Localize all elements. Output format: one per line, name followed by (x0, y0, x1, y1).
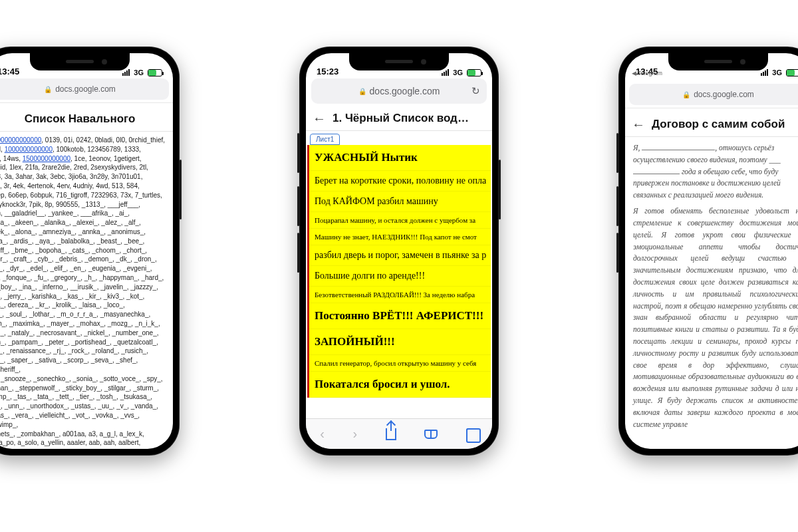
phone-mockup-2: 15:23 3G 🔒 docs.google.com ↻ ← 1. Чёрный… (299, 47, 499, 456)
lock-icon: 🔒 (358, 88, 366, 95)
text-line: eep, 6o6ep, 6obpuk, 716_tigroff, 7232963… (0, 191, 166, 200)
blacklist-row[interactable]: Постоянно ВРЁТ!!! АФЕРИСТ!!! (309, 303, 491, 329)
phone2-notch (349, 53, 449, 70)
contract-intro: Я, , отношусь серьёз (633, 142, 798, 154)
phone1-title-row: Список Навального (0, 106, 173, 132)
text-line: m_, _renaissance_, _rj_, _rock_, _roland… (0, 346, 166, 356)
text-line: sv, 14ws, 1500000000000, 1ce, 1eonov, 1g… (0, 154, 166, 164)
text-line: ser_, _craft_, _cyb_, _debris_, _demon_,… (0, 255, 166, 264)
text-line: nek_, _alona_, _amneziya_, _annka_, _ano… (0, 227, 166, 237)
phone1-time: 13:45 (0, 66, 19, 76)
text-line: anov, aangarnath, aarderk, aazz, ab_stud… (0, 448, 166, 449)
blacklist-row[interactable]: Поцарапал машину, и остался должен с уще… (309, 212, 491, 229)
text-line: rvl_, _nataly_, _necrosavant_, _nickel_,… (0, 329, 166, 338)
link[interactable]: 1500000000000 (23, 155, 70, 162)
back-icon[interactable]: ← (632, 118, 645, 131)
text-line: n_, _unn_, _unorthodox_, _ustas_, _uu_, … (0, 402, 166, 411)
text-line: nn_, _pampam_, _peter_, _portishead_, _q… (0, 338, 166, 347)
blacklist-row[interactable]: Покатался бросил и ушол. (309, 372, 491, 398)
phone1-notch (30, 53, 130, 70)
phone-mockup-1: 13:45 3G 🔒 docs.google.com Список Наваль… (0, 47, 180, 456)
text-line: a_boy_, _ina_, _inferno_, __irusik_, _ja… (0, 283, 166, 292)
phone3-content[interactable]: Я, , отношусь серьёз осуществлению своег… (625, 137, 798, 438)
phone1-network-label: 3G (134, 68, 144, 76)
blank-field[interactable] (633, 167, 680, 174)
text-line: tik_, _saper_, _sativa_, _scorp_, _seva_… (0, 356, 166, 374)
phone-mockup-3: 13:45 3G ◀ Telegram 🔒 docs.google.com ← … (618, 47, 798, 456)
blacklist-row[interactable]: Большие долги по аренде!!! (309, 266, 491, 287)
text-line: 88, 3a, 3ahar, 3ak, 3ebc, 3jio6a, 3n28y,… (0, 172, 166, 182)
text-line: ad, 1000000000000, 100kotob, 123456789, … (0, 145, 166, 154)
phone1-screen: 13:45 3G 🔒 docs.google.com Список Наваль… (0, 53, 173, 449)
phone1-doc-title: Список Навального (0, 112, 166, 126)
text-line: nf_, _dyr_, _edel_, _elif_, _en_, _eugen… (0, 264, 166, 273)
text-line: za_, dereza_, _kr_, _krolik_, _laisa_, _… (0, 301, 166, 310)
phone2-url-bar[interactable]: 🔒 docs.google.com ↻ (311, 78, 487, 104)
text-line: koff_, _bme_, _bopoha_, _cats_, _choom_,… (0, 246, 166, 255)
phone2-title-row: ← 1. Чёрный Список вод… (306, 105, 492, 131)
blacklist-row[interactable]: Безответственный РАЗДОЛБАЙ!!! За неделю … (309, 287, 491, 303)
blacklist-row[interactable]: УЖАСНЫЙ Нытик (309, 145, 491, 171)
phone1-url-bar[interactable]: 🔒 docs.google.com (0, 78, 169, 100)
text-line: phan_, _steppenwolf_, _sticky_boy_, _sti… (0, 384, 166, 393)
phone2-doc-title: 1. Чёрный Список вод… (332, 112, 485, 125)
blacklist-row[interactable]: Берет на короткие сроки, половину не опл… (309, 171, 491, 192)
share-icon[interactable] (386, 428, 396, 440)
text-line: onets_, _zombakhan_, a001aa, a3, a_g_l, … (0, 430, 166, 439)
text-line: en, __galadriel__, _yankee_, ___afrika_,… (0, 209, 166, 218)
lock-icon: 🔒 (682, 91, 690, 98)
text-line: amp_, _tas_, _tata_, _tett_, _tier_, _to… (0, 392, 166, 402)
back-icon[interactable]: ← (313, 112, 326, 125)
phone3-screen: 13:45 3G ◀ Telegram 🔒 docs.google.com ← … (625, 53, 798, 449)
phone1-status-right: 3G (122, 68, 162, 76)
phone2-network-label: 3G (453, 68, 463, 76)
text-line: xoid, 1lex, 21fa, 2rare2die, 2red, 2sexy… (0, 163, 166, 172)
text-line: t, a_po, a_solo, a_yellin, aaaler, aab, … (0, 438, 166, 448)
phone1-url-host: docs.google.com (55, 84, 116, 94)
toolbar-forward-icon[interactable]: › (352, 426, 357, 442)
sheet-tab[interactable]: Лист1 (310, 134, 340, 145)
phone3-notch (668, 53, 768, 70)
phone1-content[interactable]: 0000000000000, 0139, 01i, 0242, 0bladi, … (0, 132, 173, 449)
link[interactable]: 1000000000000 (5, 146, 53, 153)
lock-icon: 🔒 (44, 86, 52, 93)
back-to-app[interactable]: ◀ Telegram (632, 70, 662, 76)
text-line: uta_, _ardis_, _aya_, _balabolka_, _beas… (0, 237, 166, 246)
text-line: gas_, _vera_, _vielleicht_, _vot_, _vovk… (0, 411, 166, 430)
text-line: hka_, _akeen_, _alanika_, _alexei_, _ale… (0, 218, 166, 227)
reload-icon[interactable]: ↻ (471, 85, 480, 97)
divider (625, 108, 798, 108)
blacklist-row[interactable]: Под КАЙФОМ разбил машину (309, 192, 491, 212)
toolbar-back-icon[interactable]: ‹ (320, 426, 325, 442)
blacklist-row[interactable]: разбил дверь и порог, замечен в пьянке з… (309, 245, 491, 266)
blacklist-row[interactable]: ЗАПОЙНЫЙ!!! (309, 329, 491, 355)
text-line: t_, _fonque_, _fu_, _gregory_, _h_, _hap… (0, 273, 166, 283)
blank-field[interactable] (642, 144, 715, 150)
text-line: _, _snooze_, _sonechko_, _sonia_, _sotto… (0, 374, 166, 384)
phone3-url-host: docs.google.com (694, 90, 754, 99)
tabs-icon[interactable] (466, 428, 478, 440)
phone2-blacklist[interactable]: УЖАСНЫЙ НытикБерет на короткие сроки, по… (307, 145, 491, 398)
bookmarks-icon[interactable] (424, 430, 438, 439)
phone3-doc-title: Договор с самим собой (652, 118, 798, 131)
phone2-time: 15:23 (317, 66, 338, 76)
blacklist-row[interactable]: Машину не знает, НАЕЗДНИК!!! Под капот н… (309, 229, 491, 245)
signal-icon (122, 69, 130, 76)
signal-icon (761, 69, 768, 76)
contract-line: осуществлению своего видения, поэтому __… (633, 154, 798, 166)
text-line: y_, _jerry_, _karishka_, _kas_, _kir_, _… (0, 292, 166, 301)
divider (0, 102, 173, 103)
signal-icon (442, 69, 449, 76)
phone3-url-bar[interactable]: 🔒 docs.google.com (629, 84, 798, 105)
phone2-screen: 15:23 3G 🔒 docs.google.com ↻ ← 1. Чёрный… (306, 53, 492, 449)
phone3-title-row: ← Договор с самим собой (625, 111, 798, 137)
text-line: vin_, _maximka_, _mayer_, _mohax_, _mozg… (0, 319, 166, 329)
phone3-status-right: 3G (761, 68, 798, 76)
contract-line: привержен постановке и достижению целей (633, 178, 798, 190)
battery-icon (148, 69, 162, 76)
text-line: ct_, _soul_, _lothar_, _m_o_r_r_a_, _mas… (0, 310, 166, 319)
blacklist-row[interactable]: Спалил генератор, бросил открытую машину… (309, 355, 491, 372)
link[interactable]: 0000000000000 (0, 136, 41, 144)
contract-line: года я обещаю себе, что буду (633, 166, 798, 178)
phone3-network-label: 3G (772, 68, 782, 76)
